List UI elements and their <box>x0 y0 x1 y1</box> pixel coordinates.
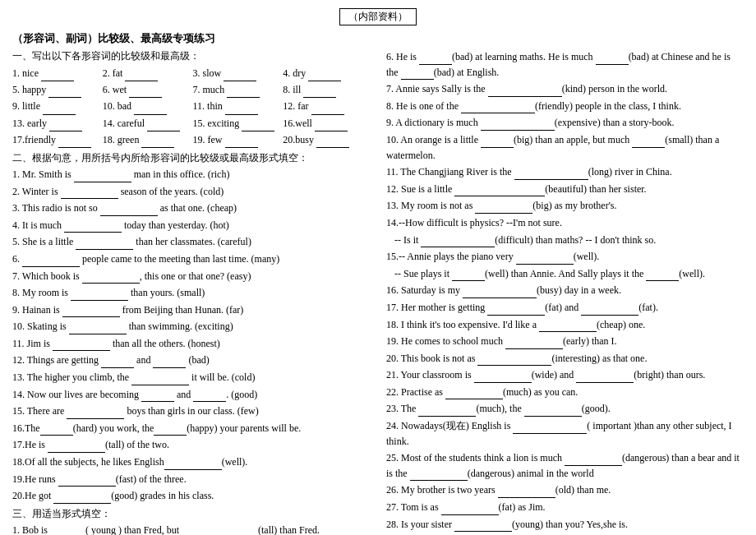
list-item: 11. The Changjiang River is the (long) r… <box>386 164 744 180</box>
list-item: 9. little <box>12 99 99 114</box>
list-item: 6. people came to the meeting than last … <box>12 251 370 267</box>
list-item: 18. I think it's too expensive. I'd like… <box>386 317 744 333</box>
list-item: 9. Hainan is from Beijing than Hunan. (f… <box>12 302 370 318</box>
list-item: 6. He is (bad) at learning maths. He is … <box>386 49 744 80</box>
list-item: 13. My room is not as (big) as my brothe… <box>386 198 744 214</box>
list-item: 20. This book is not as (interesting) as… <box>386 351 744 367</box>
list-item: 4. dry <box>283 66 370 81</box>
right-column: 6. He is (bad) at learning maths. He is … <box>382 49 744 535</box>
list-item: 15. exciting <box>193 116 280 131</box>
list-item: 2. fat <box>103 66 190 81</box>
list-item: 26. My brother is two years (old) than m… <box>386 482 744 498</box>
list-item: 16.well <box>283 116 370 131</box>
header-area: （内部资料） <box>12 8 744 29</box>
section3-lines: 1. Bob is ( young ) than Fred, but (tall… <box>12 523 370 535</box>
list-item: 20.busy <box>283 132 370 148</box>
list-item: 5. happy <box>12 82 99 98</box>
list-item: 10. bad <box>103 99 190 114</box>
list-item: 17.He is (tall) of the two. <box>12 437 370 453</box>
section2-lines: 1. Mr. Smith is man in this office. (ric… <box>12 167 370 504</box>
list-item: 5. She is a little than her classmates. … <box>12 234 370 250</box>
list-item: 24. Nowadays(现在) English is ( important … <box>386 418 744 449</box>
list-item: 14.--How difficult is physics? --I'm not… <box>386 215 744 231</box>
list-item: 11. Jim is than all the others. (honest) <box>12 336 370 352</box>
list-item: 23. The (much), the (good). <box>386 401 744 417</box>
stamp: （内部资料） <box>339 8 417 25</box>
list-item: 16. Saturday is my (busy) day in a week. <box>386 283 744 298</box>
list-item: 8. ill <box>283 82 370 98</box>
list-item: 12. far <box>283 99 370 114</box>
list-item: 10. An orange is a little (big) than an … <box>386 132 744 163</box>
list-item: 17.friendly <box>12 132 99 148</box>
list-item: 14. Now our lives are becoming and . (go… <box>12 387 370 403</box>
list-item: 20.He got (good) grades in his class. <box>12 488 370 504</box>
list-item: -- Sue plays it (well) than Annie. And S… <box>394 266 744 282</box>
list-item: 4. It is much today than yesterday. (hot… <box>12 218 370 233</box>
list-item: -- Is it (difficult) than maths? -- I do… <box>394 233 744 248</box>
list-item: 19.He runs (fast) of the three. <box>12 472 370 487</box>
list-item: 11. thin <box>193 99 280 114</box>
list-item: 7. Which book is , this one or that one?… <box>12 269 370 284</box>
list-item: 16.The(hard) you work, the(happy) your p… <box>12 421 370 436</box>
list-item: 10. Skating is than swimming. (exciting) <box>12 319 370 334</box>
list-item: 22. Practise as (much) as you can. <box>386 385 744 400</box>
list-item: 15.-- Annie plays the piano very (well). <box>386 249 744 265</box>
list-item: 7. much <box>193 82 280 98</box>
list-item: 2. Winter is season of the years. (cold) <box>12 184 370 200</box>
list-item: 19. few <box>193 132 280 148</box>
list-item: 18. green <box>103 132 190 148</box>
left-column: 一、写出以下各形容词的比较级和最高级： 1. nice 2. fat 3. sl… <box>12 49 374 535</box>
section1-grid: 1. nice 2. fat 3. slow 4. dry 5. happy 6… <box>12 66 370 148</box>
list-item: 8. He is one of the (friendly) people in… <box>386 99 744 114</box>
main-title: （形容词、副词）比较级、最高级专项练习 <box>12 32 744 46</box>
section2-title: 二、根据句意，用所括号内所给形容词的比较级或最高级形式填空： <box>12 151 370 165</box>
list-item: 8. My room is than yours. (small) <box>12 285 370 301</box>
list-item: 7. Annie says Sally is the (kind) person… <box>386 81 744 97</box>
list-item: 12. Sue is a little (beautiful) than her… <box>386 182 744 197</box>
list-item: 28. Is your sister (young) than you? Yes… <box>386 517 744 533</box>
list-item: 21. Your classroom is (wide) and (bright… <box>386 367 744 383</box>
list-item: 9. A dictionary is much (expensive) than… <box>386 115 744 131</box>
list-item: 18.Of all the subjects, he likes English… <box>12 454 370 470</box>
list-item: 25. Most of the students think a lion is… <box>386 450 744 481</box>
list-item: 12. Things are getting and (bad) <box>12 353 370 368</box>
list-item: 13. The higher you climb, the it will be… <box>12 370 370 385</box>
list-item: 14. careful <box>103 116 190 131</box>
list-item: 27. Tom is as (fat) as Jim. <box>386 500 744 515</box>
list-item: 3. This radio is not so as that one. (ch… <box>12 201 370 216</box>
list-item: 6. wet <box>103 82 190 98</box>
section1-title: 一、写出以下各形容词的比较级和最高级： <box>12 49 370 63</box>
list-item: 19. He comes to school much (early) than… <box>386 334 744 349</box>
list-item: 15. There are boys than girls in our cla… <box>12 404 370 419</box>
list-item: 1. Mr. Smith is man in this office. (ric… <box>12 167 370 182</box>
list-item: 1. nice <box>12 66 99 81</box>
list-item: 1. Bob is ( young ) than Fred, but (tall… <box>12 523 370 535</box>
list-item: 3. slow <box>193 66 280 81</box>
section3-title: 三、用适当形式填空： <box>12 507 370 521</box>
list-item: 17. Her mother is getting (fat) and (fat… <box>386 300 744 316</box>
list-item: 13. early <box>12 116 99 131</box>
